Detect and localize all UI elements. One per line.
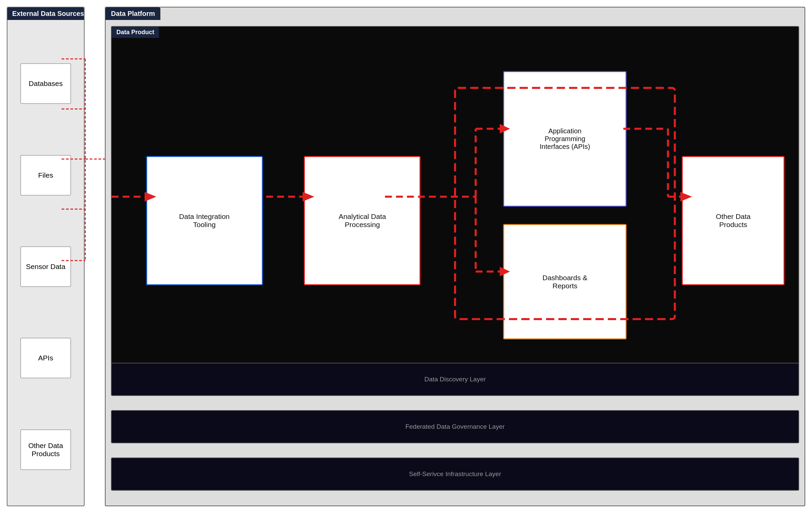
source-apis: APIs (20, 338, 71, 378)
node-apis: Application Programming Interfaces (APIs… (503, 71, 627, 207)
platform-title: Data Platform (106, 7, 160, 20)
data-product-title: Data Product (112, 27, 159, 38)
source-other: Other Data Products (20, 429, 71, 470)
layer-infrastructure: Self-Serivce Infrastructure Layer (111, 458, 799, 491)
layer-discovery: Data Discovery Layer (111, 363, 799, 396)
source-sensor: Sensor Data (20, 246, 71, 287)
node-dashboards: Dashboards & Reports (503, 224, 627, 340)
external-panel: External Data Sources Databases Files Se… (7, 7, 85, 506)
external-panel-title: External Data Sources (7, 7, 84, 20)
node-analytical: Analytical Data Processing (304, 156, 421, 285)
node-integration: Data Integration Tooling (146, 156, 263, 285)
source-databases: Databases (20, 63, 71, 104)
node-other-products: Other Data Products (682, 156, 785, 285)
data-platform-panel: Data Platform Data Product Data Integrat… (105, 7, 805, 506)
data-product-panel: Data Product Data Integration Tooling An… (111, 26, 799, 367)
source-files: Files (20, 155, 71, 196)
layer-governance: Federated Data Governance Layer (111, 410, 799, 443)
